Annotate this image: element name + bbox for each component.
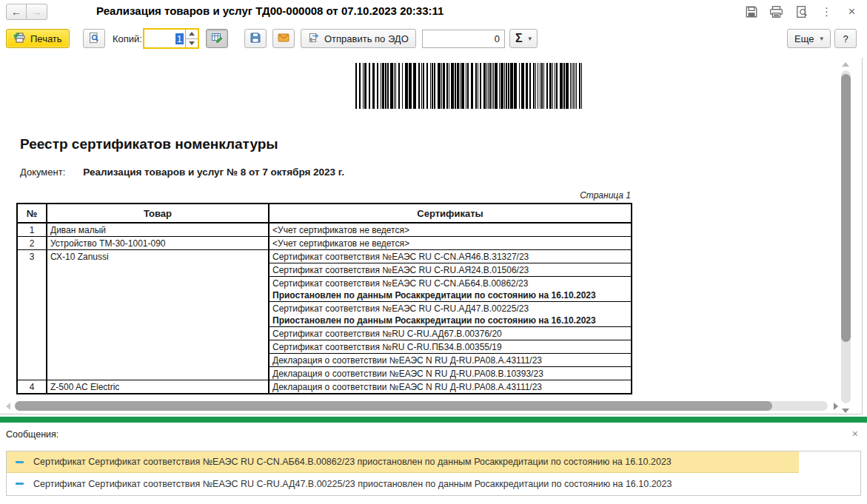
certificate-cell: <Учет сертификатов не ведется> xyxy=(269,237,632,250)
col-header-num: № xyxy=(17,204,47,223)
messages-panel: Сертификат Сертификат соответствия №ЕАЭС… xyxy=(6,451,861,496)
certificate-cell: Сертификат соответствия №RU C-RU.АД67.В.… xyxy=(269,327,632,340)
print-button[interactable]: Печать xyxy=(6,29,70,48)
sigma-icon: Σ xyxy=(515,32,523,45)
send-edo-button[interactable]: Отправить по ЭДО xyxy=(301,29,416,48)
toolbar: Печать Копий: 1 xyxy=(0,27,867,52)
message-text: Сертификат Сертификат соответствия №ЕАЭС… xyxy=(33,479,672,489)
scroll-down-icon[interactable] xyxy=(842,409,849,413)
save-document-button[interactable] xyxy=(244,29,267,48)
more-button-label: Еще xyxy=(794,33,814,44)
message-item[interactable]: Сертификат Сертификат соответствия №ЕАЭС… xyxy=(7,473,860,494)
row-number-cell: 2 xyxy=(17,237,47,250)
certificate-cell: <Учет сертификатов не ведется> xyxy=(269,223,632,237)
preview-icon[interactable] xyxy=(794,4,809,19)
product-cell: Z-500 AC Electric xyxy=(47,380,269,394)
back-button[interactable]: ← xyxy=(6,4,27,20)
preview-doc-icon xyxy=(88,32,100,46)
printer-check-icon xyxy=(13,32,26,46)
certificate-cell: Декларация о соответствии №ЕАЭС N RU Д-R… xyxy=(269,380,632,394)
copies-label: Копий: xyxy=(113,33,142,44)
messages-list: Сертификат Сертификат соответствия №ЕАЭС… xyxy=(7,451,860,494)
spin-up-icon[interactable] xyxy=(186,30,198,39)
vertical-scrollbar[interactable] xyxy=(840,61,852,413)
message-dash-icon xyxy=(16,483,24,485)
forward-icon: → xyxy=(32,6,42,18)
row-number-cell: 1 xyxy=(17,223,47,237)
certificate-cell: Сертификат соответствия №RU C-RU.ПБ34.В.… xyxy=(269,340,632,354)
more-button[interactable]: Еще ▾ xyxy=(787,29,831,48)
table-header-row: № Товар Сертификаты xyxy=(17,204,632,223)
forward-button[interactable]: → xyxy=(27,4,47,20)
send-email-button[interactable] xyxy=(272,29,295,48)
close-icon[interactable]: × xyxy=(844,4,860,19)
certificate-cell: Сертификат соответствия №ЕАЭС RU C-CN.АБ… xyxy=(269,277,632,302)
preview-button[interactable] xyxy=(83,29,105,48)
report-title: Реестр сертификатов номенклатуры xyxy=(20,136,278,152)
message-dash-icon xyxy=(16,461,24,463)
messages-close-icon[interactable]: × xyxy=(852,428,858,440)
certificate-cell: Сертификат соответствия №ЕАЭС RU C-RU.АД… xyxy=(269,302,632,327)
help-button[interactable]: ? xyxy=(834,29,857,48)
table-row: 1Диван малый<Учет сертификатов не ведетс… xyxy=(17,223,632,237)
product-cell: Устройство ТМ-30-1001-090 xyxy=(47,237,269,250)
help-button-label: ? xyxy=(843,33,848,44)
certificates-table[interactable]: № Товар Сертификаты 1Диван малый<Учет се… xyxy=(16,203,632,394)
message-item[interactable]: Сертификат Сертификат соответствия №ЕАЭС… xyxy=(7,451,799,473)
page-title: Реализация товаров и услуг ТД00-000008 о… xyxy=(96,4,443,17)
spin-down-icon[interactable] xyxy=(186,39,198,48)
copies-value: 1 xyxy=(144,30,185,47)
col-header-product: Товар xyxy=(47,204,269,223)
certificate-cell: Сертификат соответствия №ЕАЭС RU C-CN.АЯ… xyxy=(269,250,632,263)
row-number-cell: 3 xyxy=(17,250,47,380)
window-titlebar: ← → Реализация товаров и услуг ТД00-0000… xyxy=(0,0,867,24)
envelope-icon xyxy=(278,33,289,45)
scroll-up-icon[interactable] xyxy=(842,62,849,67)
row-number-cell: 4 xyxy=(17,380,47,394)
print-button-label: Печать xyxy=(30,33,62,44)
horizontal-scroll-thumb[interactable] xyxy=(15,401,772,411)
save-icon[interactable] xyxy=(743,4,759,19)
table-row: 2Устройство ТМ-30-1001-090<Учет сертифик… xyxy=(17,237,632,250)
nav-history-group: ← → xyxy=(6,4,47,20)
messages-label: Сообщения: xyxy=(6,429,58,440)
print-preview-area[interactable]: Реестр сертификатов номенклатуры Докумен… xyxy=(0,58,863,414)
sum-function-button[interactable]: Σ ▾ xyxy=(509,29,538,48)
table-row: 4Z-500 AC ElectricДекларация о соответст… xyxy=(17,380,632,394)
scroll-left-icon[interactable] xyxy=(6,403,10,410)
vertical-scroll-thumb[interactable] xyxy=(841,74,851,342)
copies-spinner xyxy=(185,30,198,47)
floppy-icon xyxy=(250,32,261,46)
product-cell: Диван малый xyxy=(47,223,269,237)
sum-field[interactable] xyxy=(422,30,505,48)
document-label: Документ: xyxy=(20,167,65,178)
status-divider xyxy=(0,417,867,423)
table-edit-icon xyxy=(211,32,223,46)
edo-icon xyxy=(308,32,320,46)
certificate-cell: Сертификат соответствия №ЕАЭС RU C-RU.АЯ… xyxy=(269,263,632,277)
print-icon[interactable] xyxy=(769,4,784,19)
certificate-cell: Декларация о соответствии №ЕАЭС N RU Д-R… xyxy=(269,367,632,380)
message-text: Сертификат Сертификат соответствия №ЕАЭС… xyxy=(33,457,672,467)
back-icon: ← xyxy=(11,6,21,18)
scroll-right-icon[interactable] xyxy=(834,403,838,410)
more-menu-icon[interactable]: ⋮ xyxy=(819,4,834,19)
cert-table-body: 1Диван малый<Учет сертификатов не ведетс… xyxy=(17,223,632,394)
product-cell: СХ-10 Zanussi xyxy=(47,250,269,380)
horizontal-scrollbar[interactable] xyxy=(6,400,838,412)
col-header-certs: Сертификаты xyxy=(269,204,632,223)
barcode xyxy=(355,63,585,109)
document-line: Документ:Реализация товаров и услуг № 8 … xyxy=(20,167,344,178)
chevron-down-icon: ▾ xyxy=(529,35,532,42)
page-number-label: Страница 1 xyxy=(16,190,631,201)
send-edo-label: Отправить по ЭДО xyxy=(324,33,409,44)
table-row: 3СХ-10 ZanussiСертификат соответствия №Е… xyxy=(17,250,632,263)
document-value: Реализация товаров и услуг № 8 от 7 октя… xyxy=(83,167,344,178)
chevron-down-icon: ▾ xyxy=(820,35,823,42)
copies-input[interactable]: 1 xyxy=(143,28,199,49)
table-settings-button[interactable] xyxy=(206,29,228,48)
certificate-cell: Декларация о соответствии №ЕАЭС N RU Д-R… xyxy=(269,354,632,367)
